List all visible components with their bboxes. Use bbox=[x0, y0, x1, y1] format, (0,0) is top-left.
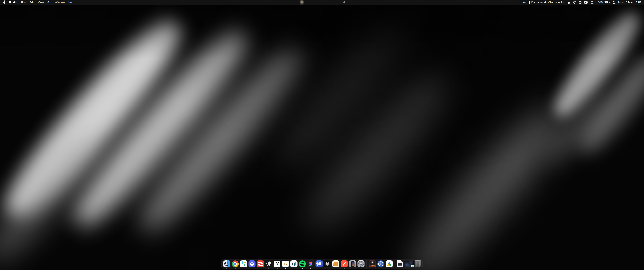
menu-finder[interactable]: Finder bbox=[7, 1, 19, 4]
time-text: 17:58 bbox=[634, 1, 641, 4]
event-color-bar bbox=[530, 1, 530, 4]
dock-item-figma[interactable] bbox=[307, 260, 314, 267]
pick-shape-icon[interactable] bbox=[578, 1, 582, 4]
menu-bar: FinderFileEditViewGoWindowHelp ••• Dar j… bbox=[0, 0, 644, 5]
gdrive-icon bbox=[386, 260, 393, 267]
grammarly-glyph: g bbox=[290, 260, 298, 267]
mammoth-icon bbox=[332, 260, 340, 267]
calendar-event-text: Dar jantar do Chico · in 2 m bbox=[531, 1, 565, 4]
linear-icon bbox=[265, 260, 272, 267]
dock-separator bbox=[395, 260, 395, 268]
menu-bar-clock[interactable]: Mon 10 Mar 17:58 bbox=[618, 1, 641, 4]
calendar-event-item[interactable]: Dar jantar do Chico · in 2 m bbox=[530, 1, 565, 4]
dock-item-linear[interactable] bbox=[265, 260, 272, 267]
discord-icon bbox=[248, 260, 256, 267]
battery-status[interactable]: 100% bbox=[596, 1, 610, 4]
battery-icon bbox=[604, 1, 608, 4]
menu-help[interactable]: Help bbox=[66, 1, 76, 4]
chrome-icon bbox=[232, 260, 239, 267]
menu-bar-overflow-icon[interactable]: ••• bbox=[523, 1, 526, 4]
notion-glyph: N bbox=[274, 261, 280, 267]
1password-icon bbox=[377, 260, 384, 267]
screenshot-badge: 11 bbox=[411, 265, 414, 268]
dock-item-finder[interactable] bbox=[224, 260, 230, 267]
menu-edit[interactable]: Edit bbox=[28, 1, 36, 4]
gear-burst-icon[interactable] bbox=[573, 1, 576, 4]
dock-item-settings[interactable] bbox=[358, 260, 364, 267]
todoist-icon bbox=[257, 260, 264, 267]
dock-item-mammoth[interactable] bbox=[332, 260, 340, 267]
battery-percent: 100% bbox=[596, 1, 603, 4]
date-text: Mon 10 Mar bbox=[618, 1, 633, 4]
dock-item-gdrive[interactable] bbox=[386, 260, 393, 267]
dock-item-chrome[interactable] bbox=[232, 260, 239, 267]
finder-icon bbox=[224, 260, 230, 267]
wallpaper bbox=[0, 0, 644, 270]
menu-bar-status-items: ••• Dar jantar do Chico · in 2 m g 100% … bbox=[523, 1, 641, 4]
iphone-mirroring-icon bbox=[349, 260, 356, 267]
apple-menu-icon[interactable] bbox=[3, 1, 6, 4]
dock-item-window-manager[interactable] bbox=[316, 260, 323, 267]
display-icon[interactable] bbox=[584, 1, 588, 4]
cube3d-icon bbox=[324, 260, 331, 267]
running-indicator bbox=[302, 268, 303, 269]
dock-item-screenshot[interactable]: 11 bbox=[404, 261, 414, 267]
superhuman-icon bbox=[341, 260, 348, 267]
dock-item-grammarly[interactable]: g bbox=[290, 260, 298, 267]
dock-item-trash[interactable] bbox=[415, 260, 421, 267]
battery-nub bbox=[609, 2, 610, 3]
menu-go[interactable]: Go bbox=[46, 1, 53, 4]
running-indicator bbox=[235, 268, 236, 269]
dock-item-todoist[interactable] bbox=[257, 260, 264, 267]
dock-item-raycast[interactable]: raycast bbox=[369, 260, 376, 267]
grammarly-icon: g bbox=[290, 260, 298, 267]
running-indicator bbox=[226, 268, 227, 269]
raycast-glyph: raycast bbox=[369, 260, 376, 267]
dock-item-discord[interactable] bbox=[248, 260, 256, 267]
menu-view[interactable]: View bbox=[36, 1, 46, 4]
wallpaper-vignette bbox=[0, 0, 644, 270]
running-indicator bbox=[319, 268, 320, 269]
running-indicator bbox=[252, 268, 252, 269]
raycast-icon: raycast bbox=[369, 260, 376, 267]
menu-file[interactable]: File bbox=[19, 1, 28, 4]
dock-item-notion-calendar[interactable]: 10 bbox=[282, 260, 289, 267]
dock-item-1password[interactable] bbox=[377, 260, 384, 267]
settings-icon bbox=[358, 260, 364, 267]
control-center-icon[interactable] bbox=[613, 1, 615, 4]
onepassword-menu-icon[interactable] bbox=[590, 1, 593, 4]
figma-icon bbox=[307, 260, 314, 267]
running-indicator bbox=[310, 268, 311, 269]
menu-items: FinderFileEditViewGoWindowHelp bbox=[7, 1, 76, 4]
running-indicator bbox=[268, 268, 269, 269]
grammarly-menu-icon[interactable]: g bbox=[568, 1, 570, 4]
dock-item-cube3d[interactable] bbox=[324, 260, 331, 267]
running-indicator bbox=[344, 268, 345, 269]
dock-item-superhuman[interactable] bbox=[341, 260, 348, 267]
notion-calendar-glyph: 10 bbox=[282, 261, 289, 267]
screenshot-icon: 11 bbox=[404, 261, 414, 267]
running-indicator bbox=[285, 268, 286, 269]
dock-item-iphone-mirroring[interactable] bbox=[349, 260, 356, 267]
desktop: FinderFileEditViewGoWindowHelp ••• Dar j… bbox=[0, 0, 644, 270]
dock-item-doc-file[interactable] bbox=[397, 260, 403, 267]
window-manager-icon bbox=[316, 260, 323, 267]
spotify-icon bbox=[299, 260, 306, 267]
running-indicator bbox=[277, 268, 278, 269]
user-avatar[interactable] bbox=[300, 0, 304, 5]
dock-item-spotify[interactable] bbox=[299, 260, 306, 267]
menu-window[interactable]: Window bbox=[53, 1, 66, 4]
notion-icon: N bbox=[274, 260, 281, 267]
dock-item-slack[interactable] bbox=[240, 260, 247, 267]
dock: N10graycast11 bbox=[221, 259, 423, 269]
dock-separator bbox=[366, 260, 367, 268]
dock-item-notion[interactable]: N bbox=[274, 260, 281, 267]
slack-icon bbox=[240, 260, 247, 267]
doc-file-icon bbox=[397, 260, 403, 267]
trash-icon bbox=[415, 260, 421, 267]
notion-calendar-icon: 10 bbox=[282, 260, 289, 267]
signal-bars-icon[interactable] bbox=[343, 1, 343, 3]
